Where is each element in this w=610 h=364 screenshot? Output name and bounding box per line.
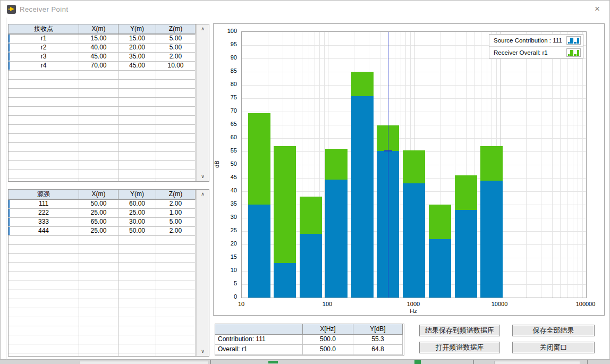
table-cell[interactable] [156, 71, 196, 80]
table-cell[interactable]: 20.00 [118, 44, 156, 53]
table-cell[interactable] [79, 80, 118, 89]
table-cell[interactable]: r1 [9, 35, 79, 44]
table-cell[interactable] [156, 281, 196, 290]
table-cell[interactable] [156, 254, 196, 263]
table-cell[interactable] [9, 170, 79, 179]
table-cell[interactable] [156, 179, 196, 182]
table-cell[interactable]: 30.00 [118, 218, 156, 227]
table-cell[interactable] [156, 107, 196, 116]
table-cell[interactable] [9, 80, 79, 89]
table-cell[interactable] [118, 344, 156, 353]
close-window-button[interactable]: 关闭窗口 [512, 342, 595, 353]
table-cell[interactable] [118, 272, 156, 281]
table-cell[interactable] [9, 71, 79, 80]
table-cell[interactable] [118, 125, 156, 134]
table-cell[interactable] [79, 245, 118, 254]
table-cell[interactable]: r2 [9, 44, 79, 53]
table-cell[interactable] [156, 263, 196, 272]
table-cell[interactable]: 50.00 [118, 227, 156, 236]
table-cell[interactable] [79, 143, 118, 152]
table-cell[interactable] [156, 143, 196, 152]
table-cell[interactable] [118, 281, 156, 290]
table-cell[interactable] [118, 254, 156, 263]
table-cell[interactable] [9, 299, 79, 308]
table-cell[interactable]: r4 [9, 62, 79, 71]
table-cell[interactable] [9, 326, 79, 335]
table-cell[interactable]: 60.00 [118, 200, 156, 209]
table-cell[interactable] [79, 161, 118, 170]
table-cell[interactable]: 5.00 [156, 35, 196, 44]
table-cell[interactable]: 50.00 [79, 200, 118, 209]
table-cell[interactable] [79, 125, 118, 134]
table-cell[interactable] [79, 263, 118, 272]
table-cell[interactable] [156, 236, 196, 245]
table-cell[interactable] [79, 170, 118, 179]
save-all-results-button[interactable]: 保存全部结果 [512, 325, 595, 336]
table-cell[interactable]: 10.00 [156, 62, 196, 71]
source-table-scrollbar[interactable]: ∧ ∨ [196, 190, 209, 356]
table-cell[interactable] [156, 245, 196, 254]
table-cell[interactable] [118, 89, 156, 98]
table-cell[interactable]: Contribution: 111 [215, 335, 303, 345]
table-cell[interactable] [9, 308, 79, 317]
table-cell[interactable] [79, 299, 118, 308]
table-cell[interactable] [79, 98, 118, 107]
table-cell[interactable] [9, 134, 79, 143]
table-cell[interactable] [156, 317, 196, 326]
table-cell[interactable] [156, 134, 196, 143]
table-cell[interactable]: 111 [9, 200, 79, 209]
table-cell[interactable]: 45.00 [118, 62, 156, 71]
table-cell[interactable] [118, 290, 156, 299]
table-cell[interactable] [9, 335, 79, 344]
column-header[interactable]: X(m) [79, 190, 118, 200]
table-cell[interactable] [156, 272, 196, 281]
table-cell[interactable]: 500.0 [303, 345, 353, 355]
table-cell[interactable] [118, 308, 156, 317]
table-cell[interactable] [118, 317, 156, 326]
table-cell[interactable] [156, 116, 196, 125]
table-cell[interactable] [9, 263, 79, 272]
table-cell[interactable] [79, 236, 118, 245]
table-cell[interactable] [79, 344, 118, 353]
table-cell[interactable] [9, 353, 79, 357]
table-cell[interactable]: 222 [9, 209, 79, 218]
table-cell[interactable]: 40.00 [79, 44, 118, 53]
table-cell[interactable]: 333 [9, 218, 79, 227]
table-cell[interactable]: r3 [9, 53, 79, 62]
table-cell[interactable] [79, 281, 118, 290]
table-cell[interactable]: 45.00 [79, 53, 118, 62]
table-cell[interactable] [79, 116, 118, 125]
table-cell[interactable] [9, 179, 79, 182]
table-cell[interactable] [118, 299, 156, 308]
column-header[interactable]: Z(m) [156, 190, 196, 200]
table-cell[interactable] [118, 80, 156, 89]
receiver-table-scrollbar[interactable]: ∧ ∨ [196, 24, 209, 181]
table-cell[interactable] [156, 335, 196, 344]
table-cell[interactable] [156, 80, 196, 89]
column-header[interactable]: Z(m) [156, 24, 196, 35]
table-cell[interactable] [118, 116, 156, 125]
scroll-down-icon[interactable]: ∨ [197, 172, 209, 181]
table-cell[interactable] [79, 134, 118, 143]
table-cell[interactable] [118, 179, 156, 182]
table-cell[interactable] [118, 170, 156, 179]
table-cell[interactable] [9, 116, 79, 125]
scroll-up-icon[interactable]: ∧ [197, 190, 209, 199]
table-cell[interactable]: 15.00 [118, 35, 156, 44]
table-cell[interactable] [9, 317, 79, 326]
column-header[interactable]: X(m) [79, 24, 118, 35]
table-cell[interactable] [79, 89, 118, 98]
table-cell[interactable] [118, 143, 156, 152]
table-cell[interactable] [156, 353, 196, 357]
table-cell[interactable] [79, 308, 118, 317]
table-cell[interactable] [9, 254, 79, 263]
table-cell[interactable] [9, 125, 79, 134]
table-cell[interactable]: 5.00 [156, 44, 196, 53]
table-cell[interactable]: 1.00 [156, 209, 196, 218]
scroll-down-icon[interactable]: ∨ [197, 347, 209, 356]
table-cell[interactable] [118, 134, 156, 143]
save-to-spectrum-db-button[interactable]: 结果保存到频谱数据库 [419, 325, 500, 336]
table-cell[interactable] [156, 161, 196, 170]
table-cell[interactable]: 2.00 [156, 53, 196, 62]
table-cell[interactable] [9, 290, 79, 299]
